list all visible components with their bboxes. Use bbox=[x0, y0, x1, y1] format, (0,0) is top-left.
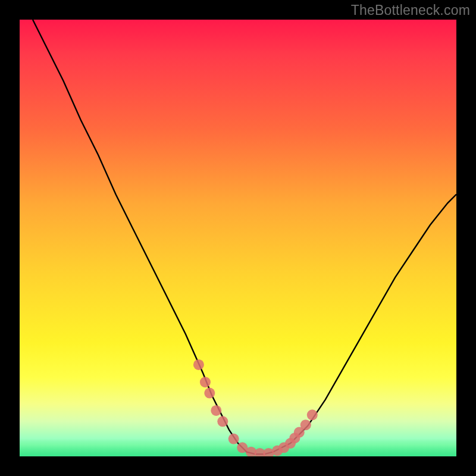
highlight-dot bbox=[200, 377, 211, 387]
plot-area bbox=[20, 20, 456, 456]
highlight-dot bbox=[300, 419, 311, 430]
highlight-dot bbox=[217, 416, 228, 427]
chart-frame: TheBottleneck.com bbox=[0, 0, 476, 476]
watermark-label: TheBottleneck.com bbox=[351, 2, 470, 18]
highlight-dot bbox=[204, 388, 215, 399]
bottleneck-curve-path bbox=[33, 20, 456, 454]
highlight-dot bbox=[211, 405, 221, 416]
bottleneck-curve-svg bbox=[20, 20, 456, 456]
highlight-dot bbox=[193, 359, 204, 370]
highlight-dots-group bbox=[193, 359, 318, 456]
highlight-dot bbox=[228, 434, 239, 444]
highlight-dot bbox=[307, 409, 318, 420]
